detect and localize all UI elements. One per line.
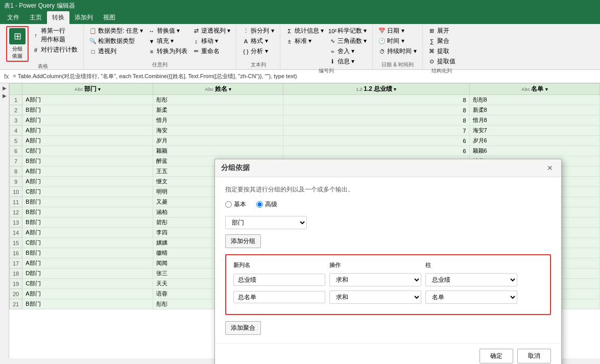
formula-input[interactable] [13, 74, 598, 80]
title-bar: 表1 - Power Query 编辑器 [0, 0, 600, 11]
row-num-cell: 20 [10, 289, 22, 299]
tab-file[interactable]: 文件 [2, 11, 25, 24]
btn-unpivot[interactable]: ⇄ 逆透视列 ▾ [191, 26, 232, 36]
col-total[interactable]: 1.2 1.2 总业绩 ▾ [283, 84, 469, 95]
row-num-cell: 2 [10, 105, 22, 115]
btn-standard[interactable]: ± 标准 ▾ [284, 36, 325, 46]
btn-format-label: 格式 ▾ [251, 37, 268, 45]
radio-advanced[interactable]: 高级 [256, 200, 277, 209]
agg-header-col: 柱 [425, 261, 517, 269]
dialog-close-button[interactable]: ✕ [545, 164, 555, 172]
ribbon-col-table: ↑ 将第一行用作标题 # 对行进行计数 [31, 26, 79, 55]
group-label-textcol: 文本列 [251, 61, 266, 68]
agg-col-2[interactable]: 名单 [425, 290, 517, 304]
btn-datatype[interactable]: 📋 数据类型: 任意 ▾ [88, 26, 145, 36]
btn-groupby-label: 分组依据 [12, 45, 22, 60]
radio-basic-input[interactable] [225, 201, 232, 208]
time-icon: 🕐 [378, 38, 386, 45]
btn-splitcol[interactable]: ⋮ 拆分列 ▾ [241, 26, 275, 36]
btn-tolist[interactable]: □ 透视列 [88, 46, 145, 56]
cell-dept: A部门 [22, 126, 153, 136]
agg-op-1[interactable]: 求和 [329, 273, 421, 286]
btn-extractval[interactable]: ⊙ 提取值 [427, 57, 457, 66]
col-filter-list[interactable]: ▾ [545, 87, 548, 92]
sidebar-arrow-up[interactable]: ▶ [3, 85, 7, 91]
btn-round[interactable]: ≈ 舍入 ▾ [327, 46, 368, 56]
scientific-icon: 10² [329, 28, 336, 35]
btn-splitcol-label: 拆分列 ▾ [251, 27, 274, 35]
cell-list: 彤彤8 [469, 95, 600, 105]
replace-icon: ↔ [148, 28, 155, 35]
btn-rename[interactable]: ✏ 重命名 [191, 46, 232, 56]
agg-section: 新列名 操作 柱 求和 总业绩 [225, 254, 551, 315]
btn-expand[interactable]: ⊞ 展开 [427, 26, 457, 36]
col-filter-dept[interactable]: ▾ [98, 87, 101, 92]
btn-scientific[interactable]: 10² 科学记数 ▾ [327, 26, 368, 36]
btn-tolisttransform[interactable]: ≡ 转换为列表 [147, 46, 189, 56]
standard-icon: ± [286, 38, 293, 45]
cell-dept: C部门 [22, 187, 153, 197]
radio-advanced-input[interactable] [256, 201, 263, 208]
ribbon-col-any3: ⇄ 逆透视列 ▾ ↕ 移动 ▾ ✏ 重命名 [191, 26, 232, 56]
btn-firstrow-label: 将第一行用作标题 [41, 27, 65, 44]
ribbon-col-num2: 10² 科学记数 ▾ ∿ 三角函数 ▾ ≈ 舍入 ▾ ℹ 信息 ▾ [327, 26, 368, 66]
cell-name: 海安 [153, 126, 283, 136]
btn-tolist-label: 透视列 [98, 47, 116, 56]
tab-addcol[interactable]: 添加列 [69, 11, 98, 24]
btn-parse[interactable]: { } 分析 ▾ [241, 46, 275, 56]
btn-standard-label: 标准 ▾ [295, 37, 311, 45]
tab-home[interactable]: 主页 [25, 11, 47, 24]
tab-view[interactable]: 视图 [98, 11, 121, 24]
ribbon-group-anyrow: 📋 数据类型: 任意 ▾ 🔍 检测数据类型 □ 透视列 ↔ 替换值 ▾ [84, 25, 236, 69]
duration-icon: ⏱ [378, 48, 386, 55]
groupby-field-select[interactable]: 部门 [225, 216, 307, 229]
col-dept[interactable]: Abc 部门 ▾ [22, 84, 153, 95]
agg-newname-2[interactable] [233, 291, 325, 303]
btn-groupby[interactable]: ⊞ 分组依据 [6, 26, 29, 62]
sidebar-arrow-down[interactable]: ▶ [3, 93, 7, 99]
agg-newname-1[interactable] [233, 274, 325, 286]
col-list[interactable]: Abc 名单 ▾ [469, 84, 600, 95]
btn-trig[interactable]: ∿ 三角函数 ▾ [327, 36, 368, 46]
firstrow-icon: ↑ [32, 32, 39, 39]
info-icon: ℹ [329, 58, 336, 65]
btn-rowcount[interactable]: # 对行进行计数 [31, 45, 79, 55]
row-num-cell: 15 [10, 238, 22, 248]
tab-transform[interactable]: 转换 [47, 11, 69, 24]
btn-replace[interactable]: ↔ 替换值 ▾ [147, 26, 189, 36]
col-name[interactable]: Abc 姓名 ▾ [153, 84, 283, 95]
cancel-button[interactable]: 取消 [517, 349, 551, 363]
row-num-cell: 1 [10, 95, 22, 105]
add-group-button[interactable]: 添加分组 [225, 234, 261, 248]
agg-col-1[interactable]: 总业绩 [425, 273, 517, 286]
ribbon-group-numcol: Σ 统计信息 ▾ ± 标准 ▾ 10² 科学记数 ▾ ∿ 三角函数 ▾ [280, 25, 373, 69]
btn-extract[interactable]: ⌘ 提取 [427, 46, 457, 56]
statistics-icon: Σ [286, 28, 293, 35]
ok-button[interactable]: 确定 [479, 349, 513, 363]
btn-statistics[interactable]: Σ 统计信息 ▾ [284, 26, 325, 36]
radio-basic[interactable]: 基本 [225, 200, 246, 209]
btn-statistics-label: 统计信息 ▾ [295, 27, 324, 35]
table-row: 3A部门惜月8惜月8 [10, 115, 600, 126]
col-filter-name[interactable]: ▾ [229, 87, 231, 92]
btn-firstrow[interactable]: ↑ 将第一行用作标题 [31, 26, 79, 44]
table-row: 1A部门彤彤8彤彤8 [10, 95, 600, 105]
btn-info[interactable]: ℹ 信息 ▾ [327, 57, 368, 66]
cell-dept: A部门 [22, 177, 153, 187]
cell-name: 岁月 [153, 136, 283, 146]
add-agg-button[interactable]: 添加聚合 [225, 321, 261, 335]
col-filter-total[interactable]: ▾ [394, 87, 396, 92]
btn-duration[interactable]: ⏱ 持续时间 ▾ [377, 46, 418, 56]
tolist-icon: □ [89, 48, 97, 55]
btn-format[interactable]: A 格式 ▾ [241, 36, 275, 46]
btn-time[interactable]: 🕐 时间 ▾ [377, 36, 418, 46]
cell-dept: B部门 [22, 197, 153, 207]
btn-fill[interactable]: ▼ 填充 ▾ [147, 36, 189, 46]
btn-date[interactable]: 📅 日期 ▾ [377, 26, 418, 36]
btn-aggregate[interactable]: ∑ 聚合 [427, 36, 457, 46]
btn-move[interactable]: ↕ 移动 ▾ [191, 36, 232, 46]
row-num-cell: 18 [10, 269, 22, 279]
btn-detecttype[interactable]: 🔍 检测数据类型 [88, 36, 145, 46]
agg-op-2[interactable]: 求和 [329, 290, 421, 304]
radio-basic-label: 基本 [234, 200, 246, 209]
